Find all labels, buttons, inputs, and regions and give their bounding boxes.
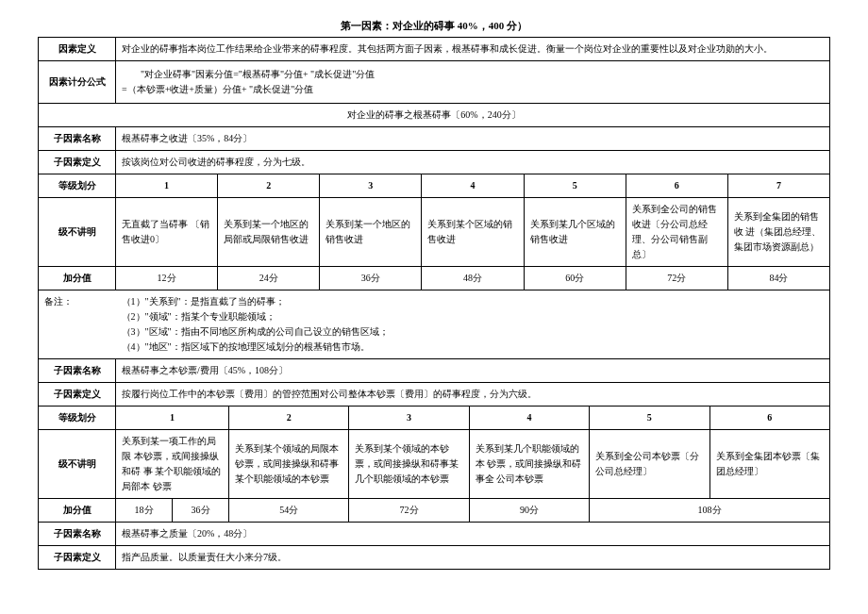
l2h3: 3 xyxy=(349,407,469,430)
l1d7: 关系到全集团的销售 收 进（集团总经理、 集团市场资源副总） xyxy=(727,198,829,267)
l1s4: 48分 xyxy=(422,267,524,290)
level-exp-label: 级不讲明 xyxy=(39,198,116,267)
l1d5: 关系到某几个区域的 销售收进 xyxy=(524,198,626,267)
l1h2: 2 xyxy=(218,174,320,198)
l1s1: 12分 xyxy=(116,267,218,290)
remark2: （2）"领域"：指某个专业职能领域； xyxy=(122,309,825,324)
score-label-1: 加分值 xyxy=(39,267,116,290)
sub1-name-row: 子因素名称 根基碍事之收进〔35%，84分〕 xyxy=(39,127,830,151)
l2s2: 36分 xyxy=(173,499,229,523)
sub2-name-label: 子因素名称 xyxy=(39,359,116,383)
sub2-def-row: 子因素定义 按履行岗位工作中的本钞票〔费用〕的管控范围对公司整体本钞票〔费用〕的… xyxy=(39,383,830,407)
sub2-def-label: 子因素定义 xyxy=(39,383,116,407)
levels2-header: 等级划分 1 2 3 4 5 6 xyxy=(39,407,830,430)
level-div-label-2: 等级划分 xyxy=(39,407,116,430)
l1d2: 关系到某一个地区的 局部或局限销售收进 xyxy=(218,198,320,267)
sub3-name-label: 子因素名称 xyxy=(39,523,116,546)
sub1-def-row: 子因素定义 按该岗位对公司收进的碍事程度，分为七级。 xyxy=(39,151,830,174)
levels1-score: 加分值 12分 24分 36分 48分 60分 72分 84分 xyxy=(39,267,830,290)
remark4: （4）"地区"：指区域下的按地理区域划分的根基销售市场。 xyxy=(122,340,825,355)
l2d1b: 关系到某个领域的局限本 钞票，或间接操纵和碍事 某个职能领域的本钞票 xyxy=(229,430,349,499)
l1s7: 84分 xyxy=(727,267,829,290)
l2s5: 90分 xyxy=(469,499,589,523)
sub3-def-row: 子因素定义 指产品质量。以质量责任大小来分7级。 xyxy=(39,546,830,570)
sub3-def-text: 指产品质量。以质量责任大小来分7级。 xyxy=(116,546,830,570)
section-header: 对企业的碍事之根基碍事〔60%，240分〕 xyxy=(39,104,830,127)
l1s2: 24分 xyxy=(218,267,320,290)
l2d3: 关系到某几个职能领域的 本 钞票，或间接操纵和碍 事全 公司本钞票 xyxy=(469,430,589,499)
l2d1a: 关系到某一项工作的局限 本钞票，或间接操纵和碍 事 某个职能领域的局部本 钞票 xyxy=(116,430,229,499)
remark1: （1）"关系到"：是指直截了当的碍事； xyxy=(122,294,825,309)
l2h2: 2 xyxy=(229,407,349,430)
l1h4: 4 xyxy=(422,174,524,198)
levels2-table: 等级划分 1 2 3 4 5 6 级不讲明 关系到某一项工作的局限 本钞票，或间… xyxy=(38,407,830,570)
sub1-name-text: 根基碍事之收进〔35%，84分〕 xyxy=(116,127,830,151)
factor-def-label: 因素定义 xyxy=(39,38,116,61)
l2h1: 1 xyxy=(116,407,229,430)
formula-line1: "对企业碍事"因素分值="根基碍事"分值+ "成长促进"分值 xyxy=(122,67,824,82)
l1h5: 5 xyxy=(524,174,626,198)
l1h6: 6 xyxy=(626,174,727,198)
l1s5: 60分 xyxy=(524,267,626,290)
l2s3: 54分 xyxy=(229,499,349,523)
main-table: 因素定义 对企业的碍事指本岗位工作结果给企业带来的碍事程度。其包括两方面子因素，… xyxy=(38,37,830,407)
levels2-desc: 级不讲明 关系到某一项工作的局限 本钞票，或间接操纵和碍 事 某个职能领域的局部… xyxy=(39,430,830,499)
l2h5: 5 xyxy=(590,407,709,430)
levels1-desc: 级不讲明 无直截了当碍事 〔销售收进0〕 关系到某一个地区的 局部或局限销售收进… xyxy=(39,198,830,267)
l2d2: 关系到某个领域的本钞 票，或间接操纵和碍事某 几个职能领域的本钞票 xyxy=(349,430,469,499)
remark-text: （1）"关系到"：是指直截了当的碍事； （2）"领域"：指某个专业职能领域； （… xyxy=(116,290,830,359)
sub1-def-label: 子因素定义 xyxy=(39,151,116,174)
score-label-2: 加分值 xyxy=(39,499,116,523)
remark-label: 备注： xyxy=(39,290,116,359)
formula-row: 因素计分公式 "对企业碍事"因素分值="根基碍事"分值+ "成长促进"分值 =（… xyxy=(39,61,830,104)
l1s3: 36分 xyxy=(320,267,422,290)
l1d4: 关系到某个区域的销 售收进 xyxy=(422,198,524,267)
l1d6: 关系到全公司的销售 收进〔分公司总经理、分公司销售副总〕 xyxy=(626,198,727,267)
l2h6: 6 xyxy=(709,407,829,430)
sub2-name-row: 子因素名称 根基碍事之本钞票/费用〔45%，108分〕 xyxy=(39,359,830,383)
l2s6: 108分 xyxy=(590,499,830,523)
l2d4: 关系到全公司本钞票〔分 公司总经理〕 xyxy=(590,430,709,499)
sub2-def-text: 按履行岗位工作中的本钞票〔费用〕的管控范围对公司整体本钞票〔费用〕的碍事程度，分… xyxy=(116,383,830,407)
factor-def-text: 对企业的碍事指本岗位工作结果给企业带来的碍事程度。其包括两方面子因素，根基碍事和… xyxy=(116,38,830,61)
formula-label: 因素计分公式 xyxy=(39,61,116,104)
level-div-label: 等级划分 xyxy=(39,174,116,198)
l1d3: 关系到某一个地区的 销售收进 xyxy=(320,198,422,267)
l1h7: 7 xyxy=(727,174,829,198)
sub1-def-text: 按该岗位对公司收进的碍事程度，分为七级。 xyxy=(116,151,830,174)
factor-def-row: 因素定义 对企业的碍事指本岗位工作结果给企业带来的碍事程度。其包括两方面子因素，… xyxy=(39,38,830,61)
sub3-def-label: 子因素定义 xyxy=(39,546,116,570)
l2h4: 4 xyxy=(469,407,589,430)
l1h1: 1 xyxy=(116,174,218,198)
l1s6: 72分 xyxy=(626,267,727,290)
sub3-name-text: 根基碍事之质量〔20%，48分〕 xyxy=(116,523,830,546)
l1h3: 3 xyxy=(320,174,422,198)
levels2-score: 加分值 18分 36分 54分 72分 90分 108分 xyxy=(39,499,830,523)
sub3-name-row: 子因素名称 根基碍事之质量〔20%，48分〕 xyxy=(39,523,830,546)
section-header-row: 对企业的碍事之根基碍事〔60%，240分〕 xyxy=(39,104,830,127)
remark3: （3）"区域"：指由不同地区所构成的公司自己设立的销售区域； xyxy=(122,324,825,340)
sub1-name-label: 子因素名称 xyxy=(39,127,116,151)
l2s4: 72分 xyxy=(349,499,469,523)
page-title: 第一因素：对企业的碍事 40%，400 分） xyxy=(38,19,830,33)
l2d5: 关系到全集团本钞票〔集 团总经理〕 xyxy=(709,430,829,499)
remark-row: 备注： （1）"关系到"：是指直截了当的碍事； （2）"领域"：指某个专业职能领… xyxy=(39,290,830,359)
sub2-name-text: 根基碍事之本钞票/费用〔45%，108分〕 xyxy=(116,359,830,383)
levels1-header: 等级划分 1 2 3 4 5 6 7 xyxy=(39,174,830,198)
l2s1: 18分 xyxy=(116,499,173,523)
level-exp-label-2: 级不讲明 xyxy=(39,430,116,499)
formula-text: "对企业碍事"因素分值="根基碍事"分值+ "成长促进"分值 =（本钞票+收进+… xyxy=(116,61,830,104)
l1d1: 无直截了当碍事 〔销售收进0〕 xyxy=(116,198,218,267)
formula-line2: =（本钞票+收进+质量）分值+ "成长促进"分值 xyxy=(122,82,824,97)
